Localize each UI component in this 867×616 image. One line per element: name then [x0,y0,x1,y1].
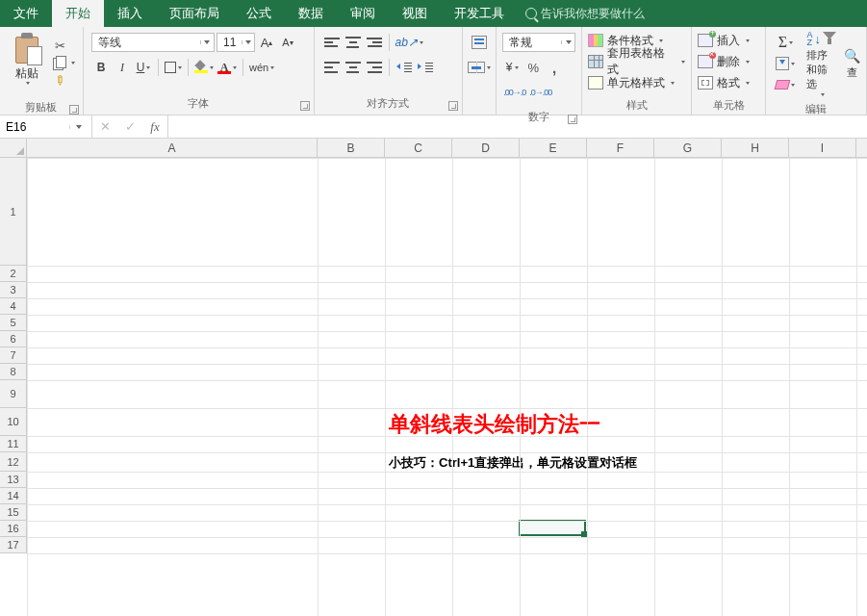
group-clipboard: 粘贴 剪贴板 [0,27,84,115]
accounting-format-button[interactable]: ¥ [502,58,522,77]
alignment-dialog-launcher[interactable] [448,101,458,111]
row-header-10[interactable]: 10 [0,408,26,436]
cancel-formula-button[interactable]: ✕ [92,119,117,134]
row-header-16[interactable]: 16 [0,521,26,537]
decrease-decimal-button[interactable]: .0→.00 [528,83,552,102]
select-all-corner[interactable] [0,139,27,158]
align-bottom-button[interactable] [365,33,384,52]
cut-button[interactable] [52,38,67,53]
cell-style-icon [588,76,603,90]
comma-style-button[interactable] [545,58,564,77]
column-header-C[interactable]: C [385,139,452,157]
wrap-text-button[interactable] [470,33,489,52]
row-header-7[interactable]: 7 [0,347,26,364]
tell-me-search[interactable]: 告诉我你想要做什么 [518,0,652,27]
format-cells-button[interactable]: 格式 [698,73,750,92]
find-select-button[interactable]: 🔍 查 [844,48,860,80]
row-header-15[interactable]: 15 [0,504,26,521]
font-name-combo[interactable]: 等线 [91,33,215,52]
fill-icon [194,62,208,73]
column-header-I[interactable]: I [789,139,856,157]
column-header-D[interactable]: D [452,139,520,157]
increase-indent-button[interactable] [416,58,435,77]
fill-button[interactable] [772,54,799,73]
column-header-H[interactable]: H [722,139,789,157]
tab-review[interactable]: 审阅 [337,0,389,27]
border-icon [165,62,176,73]
format-icon [698,76,713,90]
name-box[interactable] [0,116,92,138]
row-header-3[interactable]: 3 [0,282,26,298]
row-header-4[interactable]: 4 [0,298,26,315]
cells-area[interactable]: 单斜线表头绘制方法一 小技巧：Ctrl+1直接弹出，单元格设置对话框 [27,158,867,616]
row-header-9[interactable]: 9 [0,380,26,408]
align-left-button[interactable] [322,58,342,77]
row-header-6[interactable]: 6 [0,331,26,347]
fill-color-button[interactable] [193,58,215,77]
copy-button[interactable] [52,55,67,70]
row-header-2[interactable]: 2 [0,266,26,282]
copy-dropdown[interactable] [71,62,75,64]
row-header-17[interactable]: 17 [0,537,26,553]
row-header-12[interactable]: 12 [0,452,26,472]
cell-styles-button[interactable]: 单元格样式 [588,73,675,92]
align-center-button[interactable] [344,58,363,77]
align-middle-button[interactable] [344,33,363,52]
align-right-button[interactable] [365,58,384,77]
row-header-14[interactable]: 14 [0,488,26,504]
clear-button[interactable] [772,75,799,94]
row-header-11[interactable]: 11 [0,436,26,452]
phonetic-button[interactable]: wén [248,58,275,77]
underline-button[interactable]: U [134,58,153,77]
tab-page-layout[interactable]: 页面布局 [156,0,233,27]
font-color-button[interactable]: A [217,58,238,77]
scissors-icon [55,38,65,53]
italic-button[interactable]: I [113,58,132,77]
bold-button[interactable]: B [91,58,111,77]
tab-data[interactable]: 数据 [285,0,337,27]
tab-developer[interactable]: 开发工具 [441,0,518,27]
format-as-table-button[interactable]: 套用表格格式 [588,52,685,71]
align-top-button[interactable] [322,33,342,52]
column-header-B[interactable]: B [318,139,385,157]
fill-icon [776,57,789,70]
merge-center-button[interactable] [467,58,492,77]
increase-font-button[interactable]: A▴ [257,33,276,52]
insert-cells-button[interactable]: 插入 [698,31,750,50]
orientation-button[interactable]: ab↗ [395,33,424,52]
tab-view[interactable]: 视图 [389,0,441,27]
number-format-combo[interactable]: 常规 [502,33,575,52]
row-header-13[interactable]: 13 [0,472,26,488]
decrease-indent-button[interactable] [395,58,414,77]
comma-icon [552,60,556,76]
insert-function-button[interactable]: fx [142,119,167,135]
name-box-input[interactable] [0,120,69,134]
increase-decimal-button[interactable]: .00→.0 [502,83,526,102]
column-header-G[interactable]: G [654,139,722,157]
row-header-8[interactable]: 8 [0,364,26,380]
borders-button[interactable] [164,58,183,77]
paste-button[interactable]: 粘贴 [6,31,48,94]
row-header-5[interactable]: 5 [0,315,26,331]
tab-file[interactable]: 文件 [0,0,52,27]
tab-home[interactable]: 开始 [52,0,104,27]
format-painter-button[interactable] [52,72,67,88]
name-box-dropdown[interactable] [69,125,87,129]
row-header-1[interactable]: 1 [0,158,26,266]
clipboard-dialog-launcher[interactable] [69,105,79,115]
decrease-font-button[interactable]: A▾ [278,33,297,52]
sort-filter-button[interactable]: AZ↓ 排序和筛选 [806,31,836,96]
tab-formulas[interactable]: 公式 [233,0,285,27]
font-size-combo[interactable]: 11 [217,33,255,52]
number-dialog-launcher[interactable] [568,115,577,124]
column-header-E[interactable]: E [520,139,587,157]
tab-insert[interactable]: 插入 [104,0,156,27]
percent-style-button[interactable] [523,58,543,77]
font-dialog-launcher[interactable] [300,101,310,111]
autosum-button[interactable]: Σ [772,33,799,52]
column-header-F[interactable]: F [587,139,654,157]
delete-cells-button[interactable]: 删除 [698,52,750,71]
find-icon: 🔍 [844,48,860,64]
enter-formula-button[interactable]: ✓ [117,119,142,134]
column-header-A[interactable]: A [27,139,318,157]
